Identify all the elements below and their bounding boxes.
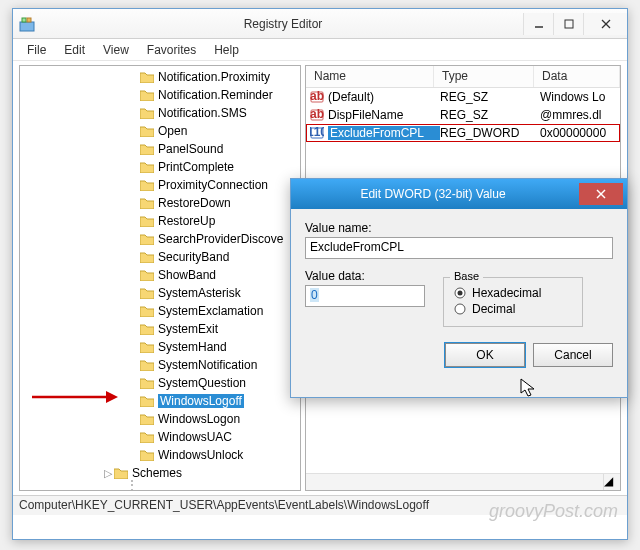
- folder-icon: [140, 269, 154, 281]
- menu-file[interactable]: File: [19, 41, 54, 59]
- minimize-button[interactable]: [523, 13, 553, 35]
- dialog-title: Edit DWORD (32-bit) Value: [291, 187, 575, 201]
- tree-item[interactable]: ShowBand: [20, 266, 300, 284]
- svg-text:ab: ab: [310, 90, 324, 103]
- svg-text:110: 110: [310, 126, 324, 139]
- radio-hexadecimal[interactable]: Hexadecimal: [454, 286, 572, 300]
- tree-item-schemes[interactable]: ▷Schemes: [20, 464, 300, 482]
- menu-help[interactable]: Help: [206, 41, 247, 59]
- app-icon: [19, 16, 35, 32]
- tree-item[interactable]: SystemNotification: [20, 356, 300, 374]
- tree-item[interactable]: ProximityConnection: [20, 176, 300, 194]
- list-row[interactable]: ab(Default)REG_SZWindows Lo: [306, 88, 620, 106]
- edit-dword-dialog[interactable]: Edit DWORD (32-bit) Value Value name: Ex…: [290, 178, 628, 398]
- folder-icon: [140, 431, 154, 443]
- menu-favorites[interactable]: Favorites: [139, 41, 204, 59]
- folder-icon: [140, 377, 154, 389]
- col-type[interactable]: Type: [434, 66, 534, 87]
- folder-icon: [140, 179, 154, 191]
- window-controls: [523, 13, 627, 35]
- titlebar[interactable]: Registry Editor: [13, 9, 627, 39]
- tree-item[interactable]: PrintComplete: [20, 158, 300, 176]
- folder-icon: [140, 197, 154, 209]
- tree-item[interactable]: WindowsUnlock: [20, 446, 300, 464]
- menubar: File Edit View Favorites Help: [13, 39, 627, 61]
- base-legend: Base: [450, 270, 483, 282]
- tree-item[interactable]: SystemQuestion: [20, 374, 300, 392]
- tree-item[interactable]: WindowsLogon: [20, 410, 300, 428]
- folder-icon: [140, 395, 154, 407]
- list-row[interactable]: abDispFileNameREG_SZ@mmres.dl: [306, 106, 620, 124]
- tree-item[interactable]: SystemHand: [20, 338, 300, 356]
- tree-item[interactable]: WindowsUAC: [20, 428, 300, 446]
- svg-text:ab: ab: [310, 108, 324, 121]
- value-type-icon: ab: [310, 108, 324, 122]
- folder-icon: [140, 359, 154, 371]
- folder-icon: [140, 215, 154, 227]
- folder-icon: [140, 305, 154, 317]
- radio-decimal[interactable]: Decimal: [454, 302, 572, 316]
- ok-button[interactable]: OK: [445, 343, 525, 367]
- menu-edit[interactable]: Edit: [56, 41, 93, 59]
- value-data-input[interactable]: 0: [305, 285, 425, 307]
- folder-icon: [140, 413, 154, 425]
- value-type-icon: 110: [310, 126, 324, 140]
- col-data[interactable]: Data: [534, 66, 620, 87]
- svg-rect-0: [20, 22, 34, 31]
- tree-item[interactable]: SystemExclamation: [20, 302, 300, 320]
- tree-item[interactable]: SystemExit: [20, 320, 300, 338]
- svg-rect-4: [565, 20, 573, 28]
- menu-view[interactable]: View: [95, 41, 137, 59]
- svg-point-19: [455, 304, 465, 314]
- folder-icon: [140, 233, 154, 245]
- tree-item[interactable]: Notification.SMS: [20, 104, 300, 122]
- tree-item[interactable]: Notification.Reminder: [20, 86, 300, 104]
- dialog-close-button[interactable]: [579, 183, 623, 205]
- folder-icon: [140, 71, 154, 83]
- folder-icon: [140, 323, 154, 335]
- dialog-titlebar[interactable]: Edit DWORD (32-bit) Value: [291, 179, 627, 209]
- folder-icon: [140, 449, 154, 461]
- folder-icon: [140, 251, 154, 263]
- tree-item[interactable]: SystemAsterisk: [20, 284, 300, 302]
- folder-icon: [140, 89, 154, 101]
- maximize-button[interactable]: [553, 13, 583, 35]
- tree-item[interactable]: SecurityBand: [20, 248, 300, 266]
- value-data-label: Value data:: [305, 269, 425, 283]
- tree-item[interactable]: SearchProviderDiscove: [20, 230, 300, 248]
- value-name-label: Value name:: [305, 221, 613, 235]
- folder-icon: [140, 107, 154, 119]
- folder-icon: [140, 287, 154, 299]
- folder-icon: [140, 125, 154, 137]
- svg-rect-1: [22, 18, 26, 22]
- tree-item[interactable]: RestoreDown: [20, 194, 300, 212]
- tree-item[interactable]: PanelSound: [20, 140, 300, 158]
- value-name-input[interactable]: ExcludeFromCPL: [305, 237, 613, 259]
- list-header: Name Type Data: [306, 66, 620, 88]
- svg-point-18: [458, 291, 463, 296]
- value-type-icon: ab: [310, 90, 324, 104]
- statusbar: Computer\HKEY_CURRENT_USER\AppEvents\Eve…: [13, 495, 627, 515]
- tree-item[interactable]: Open: [20, 122, 300, 140]
- col-name[interactable]: Name: [306, 66, 434, 87]
- folder-icon: [140, 143, 154, 155]
- cancel-button[interactable]: Cancel: [533, 343, 613, 367]
- folder-icon: [140, 161, 154, 173]
- tree-pane[interactable]: Notification.ProximityNotification.Remin…: [19, 65, 301, 491]
- svg-rect-2: [27, 18, 31, 22]
- list-row[interactable]: 110ExcludeFromCPLREG_DWORD0x00000000: [306, 124, 620, 142]
- window-title: Registry Editor: [43, 17, 523, 31]
- tree-item[interactable]: Notification.Proximity: [20, 68, 300, 86]
- tree-item[interactable]: RestoreUp: [20, 212, 300, 230]
- base-groupbox: Base Hexadecimal Decimal: [443, 277, 583, 327]
- close-button[interactable]: [583, 13, 627, 35]
- tree-item[interactable]: WindowsLogoff: [20, 392, 300, 410]
- folder-icon: [140, 341, 154, 353]
